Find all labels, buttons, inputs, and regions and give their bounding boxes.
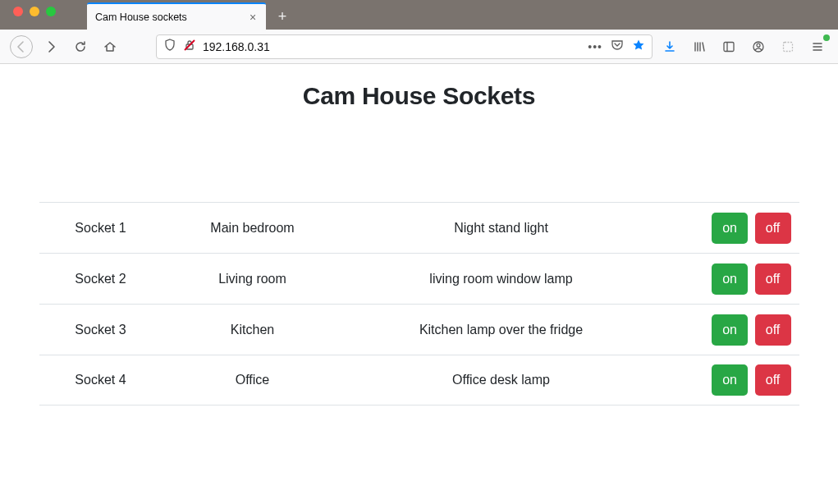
url-bar[interactable]: 192.168.0.31 ••• bbox=[156, 34, 653, 59]
socket-actions: on off bbox=[660, 213, 799, 244]
chevron-right-icon bbox=[44, 40, 57, 53]
window-controls bbox=[13, 7, 56, 16]
on-button[interactable]: on bbox=[712, 314, 748, 346]
table-row: Socket 4 Office Office desk lamp on off bbox=[39, 355, 799, 405]
library-icon bbox=[693, 40, 706, 53]
tab-close-button[interactable]: × bbox=[246, 11, 259, 24]
socket-id: Socket 2 bbox=[39, 272, 163, 286]
socket-actions: on off bbox=[660, 314, 799, 346]
chevron-left-icon bbox=[15, 40, 28, 53]
bookmark-star-icon[interactable] bbox=[632, 39, 645, 54]
socket-id: Socket 1 bbox=[39, 221, 163, 236]
svg-point-5 bbox=[757, 44, 760, 47]
off-button[interactable]: off bbox=[755, 213, 791, 244]
table-row: Socket 3 Kitchen Kitchen lamp over the f… bbox=[39, 304, 799, 355]
socket-description: Kitchen lamp over the fridge bbox=[343, 323, 660, 337]
socket-id: Socket 3 bbox=[39, 323, 163, 337]
socket-location: Living room bbox=[163, 272, 343, 286]
socket-actions: on off bbox=[660, 364, 799, 396]
download-icon bbox=[663, 40, 676, 53]
on-button[interactable]: on bbox=[712, 263, 748, 295]
reload-icon bbox=[74, 40, 87, 53]
socket-actions: on off bbox=[660, 263, 799, 295]
browser-toolbar: 192.168.0.31 ••• bbox=[0, 30, 838, 64]
extension-icon bbox=[781, 40, 794, 53]
window-minimize-icon[interactable] bbox=[30, 7, 39, 16]
reload-button[interactable] bbox=[69, 35, 92, 58]
back-button[interactable] bbox=[10, 35, 33, 58]
table-row: Socket 1 Main bedroom Night stand light … bbox=[39, 202, 799, 253]
svg-rect-2 bbox=[724, 42, 734, 51]
account-button[interactable] bbox=[748, 36, 769, 57]
app-menu-button[interactable] bbox=[807, 36, 828, 57]
tab-title: Cam House sockets bbox=[95, 11, 187, 23]
forward-button[interactable] bbox=[39, 35, 62, 58]
url-text: 192.168.0.31 bbox=[203, 40, 581, 53]
socket-description: Office desk lamp bbox=[343, 373, 660, 387]
reader-pocket-icon[interactable] bbox=[611, 39, 624, 54]
socket-description: living room window lamp bbox=[343, 272, 660, 286]
on-button[interactable]: on bbox=[712, 213, 748, 244]
socket-location: Office bbox=[163, 373, 343, 387]
sidebar-icon bbox=[722, 40, 735, 53]
insecure-connection-icon[interactable] bbox=[183, 39, 196, 54]
extension-button[interactable] bbox=[777, 36, 799, 57]
home-icon bbox=[103, 40, 117, 53]
on-button[interactable]: on bbox=[712, 364, 748, 396]
account-icon bbox=[752, 40, 765, 53]
socket-location: Kitchen bbox=[163, 323, 343, 337]
sidebar-button[interactable] bbox=[718, 36, 740, 57]
hamburger-icon bbox=[811, 40, 824, 53]
socket-location: Main bedroom bbox=[163, 221, 343, 236]
svg-rect-6 bbox=[784, 42, 793, 51]
tracking-shield-icon[interactable] bbox=[163, 39, 176, 54]
table-row: Socket 2 Living room living room window … bbox=[39, 253, 799, 304]
page-actions-icon[interactable]: ••• bbox=[588, 40, 602, 53]
new-tab-button[interactable]: + bbox=[271, 5, 294, 28]
sockets-table: Socket 1 Main bedroom Night stand light … bbox=[39, 202, 799, 405]
socket-description: Night stand light bbox=[343, 221, 660, 236]
window-close-icon[interactable] bbox=[13, 7, 23, 16]
page-content: Cam House Sockets Socket 1 Main bedroom … bbox=[0, 64, 838, 405]
browser-tabstrip: Cam House sockets × + bbox=[0, 0, 838, 30]
off-button[interactable]: off bbox=[755, 263, 791, 295]
off-button[interactable]: off bbox=[755, 314, 791, 346]
page-title: Cam House Sockets bbox=[0, 82, 838, 110]
home-button[interactable] bbox=[98, 35, 121, 58]
browser-tab[interactable]: Cam House sockets × bbox=[87, 2, 266, 30]
toolbar-right bbox=[659, 36, 828, 57]
off-button[interactable]: off bbox=[755, 364, 791, 396]
window-zoom-icon[interactable] bbox=[46, 7, 56, 16]
downloads-button[interactable] bbox=[659, 36, 680, 57]
library-button[interactable] bbox=[689, 36, 710, 57]
socket-id: Socket 4 bbox=[39, 373, 163, 387]
